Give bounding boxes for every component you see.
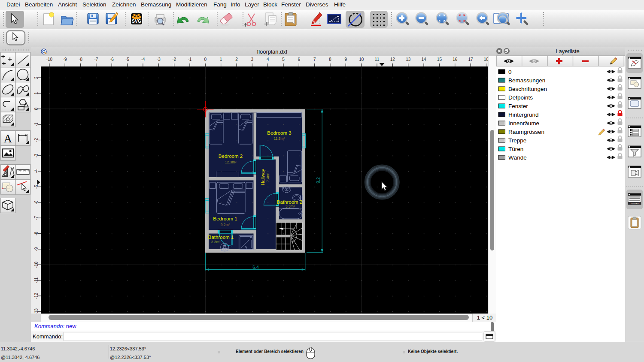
svg-text:1: 1: [34, 92, 39, 94]
svg-text:-1: -1: [34, 122, 39, 126]
svg-text:Layerliste: Layerliste: [556, 48, 580, 54]
svg-text:8: 8: [329, 57, 331, 62]
svg-text:Bathroom 1: Bathroom 1: [208, 235, 234, 240]
svg-text:2: 2: [235, 57, 238, 62]
svg-text:0: 0: [204, 57, 207, 62]
svg-text:3: 3: [251, 57, 254, 62]
svg-text:-6: -6: [110, 57, 114, 62]
svg-text:9.2m²: 9.2m²: [221, 223, 230, 227]
svg-text:-9: -9: [34, 247, 39, 251]
svg-text:Fenster: Fenster: [508, 103, 528, 109]
svg-text:-8: -8: [79, 57, 82, 62]
svg-text:-4: -4: [141, 57, 145, 62]
svg-text:18: 18: [484, 57, 488, 62]
svg-text:-6: -6: [34, 200, 39, 204]
svg-text:-5: -5: [34, 185, 39, 189]
svg-text:0: 0: [508, 69, 512, 75]
svg-text:-2: -2: [34, 138, 39, 142]
svg-text:11.5m²: 11.5m²: [274, 136, 285, 141]
svg-text:-13: -13: [34, 308, 39, 314]
svg-text:7.4m²: 7.4m²: [266, 172, 270, 182]
svg-text:16: 16: [453, 57, 458, 62]
svg-text:9: 9: [345, 57, 347, 62]
svg-text:4: 4: [267, 57, 269, 62]
svg-text:-7: -7: [94, 57, 98, 62]
svg-text:12.3m²: 12.3m²: [225, 160, 237, 164]
svg-text:6: 6: [298, 57, 301, 62]
svg-text:1: 1: [220, 57, 222, 62]
svg-text:-3: -3: [34, 154, 39, 157]
svg-text:-1: -1: [188, 57, 192, 62]
svg-text:-10: -10: [46, 57, 53, 62]
svg-text:9.2: 9.2: [316, 177, 321, 184]
svg-text:12: 12: [390, 57, 395, 62]
svg-text:floorplan.dxf: floorplan.dxf: [257, 48, 288, 55]
svg-text:Hintergrund: Hintergrund: [508, 112, 539, 118]
svg-text:3.3m²: 3.3m²: [286, 204, 295, 208]
svg-text:10: 10: [359, 57, 364, 62]
svg-text:11: 11: [375, 57, 380, 62]
svg-text:Beschriftungen: Beschriftungen: [508, 86, 547, 92]
svg-text:Raumgrössen: Raumgrössen: [508, 129, 544, 135]
svg-text:-9: -9: [63, 57, 67, 62]
svg-text:Bedroom 2: Bedroom 2: [219, 154, 243, 159]
svg-text:Wände: Wände: [508, 154, 527, 161]
svg-text:-5: -5: [125, 57, 129, 62]
svg-text:2: 2: [34, 76, 39, 79]
svg-text:Hallway: Hallway: [260, 169, 265, 185]
svg-text:-2: -2: [172, 57, 176, 62]
svg-text:13: 13: [406, 57, 411, 62]
svg-text:Bedroom 1: Bedroom 1: [213, 216, 237, 221]
svg-text:-11: -11: [34, 277, 39, 283]
svg-text:5: 5: [282, 57, 285, 62]
svg-text:-7: -7: [34, 216, 39, 220]
svg-text:-10: -10: [34, 262, 39, 268]
svg-text:-8: -8: [34, 232, 39, 235]
svg-text:14: 14: [421, 57, 426, 62]
svg-text:3.3m²: 3.3m²: [211, 240, 221, 244]
svg-text:6.4: 6.4: [252, 265, 259, 270]
svg-text:command: command: [630, 202, 639, 205]
svg-text:15: 15: [437, 57, 442, 62]
svg-text:Bedroom 3: Bedroom 3: [267, 130, 291, 136]
svg-text:A: A: [3, 132, 12, 145]
svg-text:Treppe: Treppe: [508, 137, 526, 144]
svg-text:-3: -3: [157, 57, 161, 62]
svg-text:-4: -4: [34, 169, 39, 173]
svg-text:-12: -12: [34, 293, 39, 299]
svg-text:Defpoints: Defpoints: [508, 94, 533, 101]
svg-text:7: 7: [313, 57, 316, 62]
svg-text:Bemassungen: Bemassungen: [508, 77, 545, 84]
svg-text:Innenräume: Innenräume: [508, 120, 539, 127]
svg-text:0: 0: [34, 108, 39, 110]
svg-text:Türen: Türen: [508, 146, 523, 152]
svg-text:17: 17: [468, 57, 474, 62]
svg-text:SVG: SVG: [132, 18, 141, 24]
